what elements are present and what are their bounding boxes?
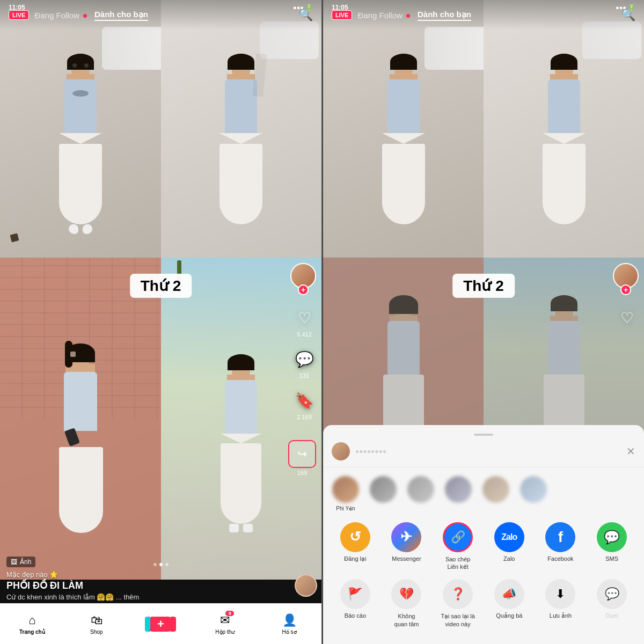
- facebook-icon: f: [545, 522, 575, 552]
- top-images: [0, 0, 321, 258]
- notheart-icon: 💔: [391, 579, 421, 609]
- share-sheet: ●●●●●●●● ✕ Phi Yến ​ ​ ​ ​: [323, 425, 644, 644]
- follow-plus-button[interactable]: +: [298, 284, 309, 295]
- share-button[interactable]: ↪ 169: [288, 440, 316, 476]
- saochep-icon: 🔗: [443, 522, 473, 552]
- contact-4[interactable]: ​: [442, 476, 474, 511]
- status-icons-left: ●●● 🔋: [293, 4, 313, 11]
- close-icon[interactable]: ✕: [626, 445, 635, 458]
- share-to-row: ●●●●●●●● ✕: [323, 442, 644, 467]
- follow-plus-button-right[interactable]: +: [620, 284, 631, 295]
- nav-inbox[interactable]: ✉ 9 Hộp thư: [211, 613, 238, 635]
- dangla-icon: ↺: [340, 522, 370, 552]
- promote-icon: 📣: [494, 579, 524, 609]
- like-button-right[interactable]: ♡: [615, 306, 639, 330]
- app-dangla[interactable]: ↺ Đăng lại: [336, 522, 374, 571]
- avatar-wrap: +: [290, 263, 316, 295]
- caption-title: Mặc đẹp nào 🌟 PHỐI ĐỒ ĐI LÀM: [6, 570, 283, 591]
- nav-profile[interactable]: 👤 Hồ sơ: [276, 613, 303, 635]
- nav-add[interactable]: +: [147, 617, 174, 632]
- messenger-icon: ✈: [391, 522, 421, 552]
- thu2-label: Thứ 2: [130, 274, 192, 298]
- more-baocao[interactable]: 🚩 Báo cáo: [336, 579, 374, 628]
- comment-icon: 💬: [292, 347, 316, 371]
- top-images-right: [323, 0, 644, 258]
- right-panel: 11:05 ●●● 🔋: [323, 0, 644, 644]
- top-left-image: [0, 0, 161, 258]
- zalo-icon: Zalo: [494, 522, 524, 552]
- caption-sub: Cứ dc khen xinh là thích lắm 🤗🤗 ... thêm: [6, 593, 283, 601]
- bottom-images: [0, 258, 321, 580]
- contact-6[interactable]: ​: [517, 476, 550, 511]
- duet-icon: 💬: [597, 579, 627, 609]
- share-arrow-icon: ↪: [297, 447, 307, 461]
- sms-icon: 💬: [597, 522, 627, 552]
- plus-icon: +: [157, 617, 164, 631]
- heart-icon: ♡: [292, 306, 316, 330]
- share-icon-box: ↪: [288, 440, 316, 468]
- contact-1[interactable]: Phi Yến: [330, 476, 362, 511]
- bottom-left-image: [0, 258, 161, 580]
- status-bar-right: 11:05 ●●● 🔋: [323, 0, 644, 15]
- app-zalo[interactable]: Zalo Zalo: [491, 522, 528, 571]
- bookmark-icon: 🔖: [292, 389, 316, 412]
- status-time-right: 11:05: [332, 4, 348, 11]
- top-right-image: [161, 0, 322, 258]
- app-saochep[interactable]: 🔗 Sao chépLiên kết: [439, 522, 477, 571]
- shop-icon: 🛍: [91, 613, 103, 627]
- nav-shop[interactable]: 🛍 Shop: [83, 613, 110, 635]
- heart-icon-right: ♡: [615, 306, 639, 330]
- flag-icon: 🚩: [340, 579, 370, 609]
- photo-icon: 🖼: [11, 558, 17, 566]
- bottom-nav: ⌂ Trang chủ 🛍 Shop + ✉ 9 Hộp thư 👤 Hồ sơ: [0, 603, 321, 644]
- left-panel: 11:05 ●●● 🔋: [0, 0, 321, 644]
- app-sms[interactable]: 💬 SMS: [593, 522, 631, 571]
- question-icon: ❓: [443, 579, 473, 609]
- download-icon: ⬇: [545, 579, 575, 609]
- app-facebook[interactable]: f Facebook: [541, 522, 579, 571]
- more-khongquantam[interactable]: 💔 Khôngquan tâm: [387, 579, 425, 628]
- more-quangba[interactable]: 📣 Quảng bá: [491, 579, 528, 628]
- home-icon: ⌂: [28, 613, 35, 627]
- contacts-row: Phi Yến ​ ​ ​ ​ ​: [323, 467, 644, 518]
- nav-home[interactable]: ⌂ Trang chủ: [19, 613, 46, 635]
- action-bar: ♡ 5.412 💬 131 🔖 2.169: [292, 306, 316, 420]
- more-luuanh[interactable]: ⬇ Lưu ảnh: [541, 579, 579, 628]
- bookmark-button[interactable]: 🔖 2.169: [292, 389, 316, 420]
- thu2-label-right: Thứ 2: [452, 274, 515, 298]
- bottom-overlay: 🖼 Ảnh Mặc đẹp nào 🌟 PHỐI ĐỒ ĐI LÀM Cứ dc…: [0, 557, 289, 601]
- profile-icon: 👤: [282, 613, 297, 627]
- sheet-handle: [474, 434, 493, 436]
- photo-tag: 🖼 Ảnh: [6, 557, 35, 567]
- contact-5[interactable]: ​: [480, 476, 512, 511]
- more-taisaolai[interactable]: ❓ Tại sao lại làvideo này: [439, 579, 477, 628]
- share-username: ●●●●●●●●: [355, 448, 621, 455]
- small-avatar-br[interactable]: [295, 574, 317, 597]
- status-bar-left: 11:05 ●●● 🔋: [0, 0, 321, 15]
- top-right-image-right: [484, 0, 644, 258]
- contact-3[interactable]: ​: [405, 476, 437, 511]
- contact-2[interactable]: ​: [367, 476, 399, 511]
- caption-text: Mặc đẹp nào 🌟: [6, 570, 283, 579]
- more-actions-row: 🚩 Báo cáo 💔 Khôngquan tâm ❓ Tại sao lại …: [323, 575, 644, 628]
- add-button[interactable]: +: [149, 617, 172, 632]
- status-time-left: 11:05: [9, 4, 25, 11]
- avatar-wrap-right: +: [613, 263, 639, 295]
- share-avatar: [332, 442, 350, 460]
- comment-button[interactable]: 💬 131: [292, 347, 316, 379]
- like-button[interactable]: ♡ 5.412: [292, 306, 316, 338]
- more-duet[interactable]: 💬 Duet: [593, 579, 631, 628]
- status-icons-right: ●●● 🔋: [616, 4, 635, 11]
- apps-row: ↺ Đăng lại ✈ Messenger 🔗 Sao chépLiên kế…: [323, 518, 644, 575]
- app-messenger[interactable]: ✈ Messenger: [387, 522, 425, 571]
- action-bar-right: ♡: [615, 306, 639, 330]
- top-left-image-right: [323, 0, 484, 258]
